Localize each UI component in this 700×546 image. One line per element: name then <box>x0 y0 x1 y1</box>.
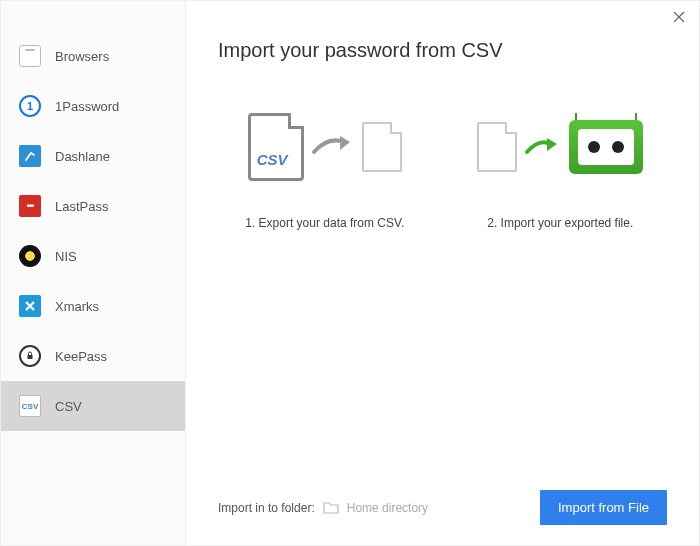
folder-icon <box>323 501 339 514</box>
1password-icon: 1 <box>19 95 41 117</box>
app-window: Browsers 1 1Password Dashlane ••• LastPa… <box>0 0 700 546</box>
browsers-icon <box>19 45 41 67</box>
dashlane-icon <box>19 145 41 167</box>
xmarks-icon <box>19 295 41 317</box>
keepass-icon <box>19 345 41 367</box>
sidebar-item-label: Browsers <box>55 49 109 64</box>
sidebar-item-keepass[interactable]: KeePass <box>1 331 185 381</box>
blank-file-icon <box>362 122 402 172</box>
sidebar-item-label: NIS <box>55 249 77 264</box>
sidebar-item-label: CSV <box>55 399 82 414</box>
sidebar-item-label: KeePass <box>55 349 107 364</box>
lastpass-icon: ••• <box>19 195 41 217</box>
step-2: 2. Import your exported file. <box>454 102 668 230</box>
sidebar-item-xmarks[interactable]: Xmarks <box>1 281 185 331</box>
page-title: Import your password from CSV <box>218 39 667 62</box>
step-2-text: 2. Import your exported file. <box>487 216 633 230</box>
sidebar-item-label: Dashlane <box>55 149 110 164</box>
footer: Import in to folder: Home directory Impo… <box>218 474 667 525</box>
folder-label: Import in to folder: <box>218 501 315 515</box>
sidebar-item-lastpass[interactable]: ••• LastPass <box>1 181 185 231</box>
csv-file-icon: CSV <box>248 113 304 181</box>
close-button[interactable] <box>671 9 687 25</box>
sidebar-item-label: 1Password <box>55 99 119 114</box>
sidebar-item-dashlane[interactable]: Dashlane <box>1 131 185 181</box>
close-icon <box>673 11 685 23</box>
arrow-right-icon <box>310 132 356 162</box>
sidebar: Browsers 1 1Password Dashlane ••• LastPa… <box>1 1 186 545</box>
blank-file-icon <box>477 122 517 172</box>
svg-rect-0 <box>28 355 33 359</box>
step-1-text: 1. Export your data from CSV. <box>245 216 404 230</box>
steps-row: CSV 1. Export your data from CSV. <box>218 102 667 230</box>
nis-icon <box>19 245 41 267</box>
step-2-illustration <box>477 102 643 192</box>
sidebar-item-label: Xmarks <box>55 299 99 314</box>
arrow-right-green-icon <box>523 134 563 160</box>
sidebar-item-1password[interactable]: 1 1Password <box>1 81 185 131</box>
sidebar-item-label: LastPass <box>55 199 108 214</box>
import-from-file-button[interactable]: Import from File <box>540 490 667 525</box>
sidebar-item-nis[interactable]: NIS <box>1 231 185 281</box>
roboform-icon <box>569 120 643 174</box>
sidebar-item-csv[interactable]: CSV CSV <box>1 381 185 431</box>
folder-value: Home directory <box>347 501 428 515</box>
folder-selector[interactable]: Import in to folder: Home directory <box>218 501 428 515</box>
csv-icon: CSV <box>19 395 41 417</box>
sidebar-item-browsers[interactable]: Browsers <box>1 31 185 81</box>
main-panel: Import your password from CSV CSV 1. Exp… <box>186 1 699 545</box>
step-1-illustration: CSV <box>248 102 402 192</box>
step-1: CSV 1. Export your data from CSV. <box>218 102 432 230</box>
